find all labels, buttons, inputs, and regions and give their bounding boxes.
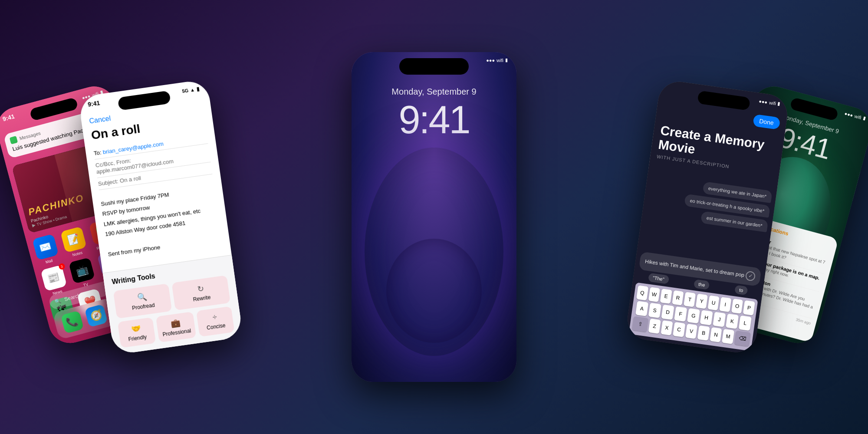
notification-time-4: 35m ago: [796, 317, 811, 326]
status-icons-3: ●●● wifi ▮: [486, 57, 508, 63]
checkmark-button[interactable]: ✓: [745, 271, 756, 282]
mail-icon: ✉️: [32, 234, 59, 260]
signal-icon-3: ●●●: [486, 58, 495, 63]
app-notes[interactable]: 📝 Notes: [59, 226, 90, 259]
key-i[interactable]: I: [719, 297, 731, 312]
search-icon: 🔍: [54, 297, 62, 305]
status-icons-5: ●●● wifi ▮: [844, 110, 866, 121]
app-notes-label: Notes: [72, 250, 83, 257]
orb-body: [365, 148, 503, 356]
professional-icon: 💼: [170, 318, 181, 329]
network-badge-2: 5G: [182, 88, 189, 94]
key-y[interactable]: Y: [696, 294, 708, 309]
key-v[interactable]: V: [685, 324, 698, 339]
key-q[interactable]: Q: [636, 285, 648, 300]
wifi-icon-3: wifi: [496, 58, 503, 63]
key-f[interactable]: F: [674, 306, 687, 322]
dock-phone[interactable]: 📞: [60, 310, 84, 334]
lockscreen-date-3: Monday, September 9: [352, 87, 516, 97]
memory-prompts: everything we ate in Japan* eo trick-or-…: [646, 174, 773, 232]
phone-center: 9:41 ●●● wifi ▮ Monday, September 9 9:41: [352, 52, 516, 382]
proofread-icon: 🔍: [137, 292, 148, 302]
status-time-2: 9:41: [87, 99, 100, 108]
email-body-text: Sushi my place Friday 7PM RSVP by tomorr…: [100, 183, 222, 260]
key-delete[interactable]: ⌫: [734, 331, 751, 346]
suggestion-2[interactable]: the: [694, 279, 710, 290]
proofread-label: Proofread: [132, 302, 155, 311]
battery-icon-2: ▮: [196, 85, 200, 92]
key-e[interactable]: E: [660, 289, 672, 304]
friendly-button[interactable]: 🤝 Friendly: [118, 317, 156, 348]
lockscreen-orb-3: [365, 148, 503, 356]
key-shift[interactable]: ⇧: [632, 316, 648, 332]
email-subject-value: On a roll: [119, 174, 141, 184]
signal-icon-4: ●●●: [759, 98, 768, 105]
key-h[interactable]: H: [700, 310, 713, 325]
safari-icon: 🧭: [85, 304, 108, 327]
checkmark-icon: ✓: [748, 273, 753, 279]
battery-icon-4: ▮: [777, 101, 781, 107]
suggestion-1[interactable]: "The": [648, 273, 669, 284]
rewrite-button[interactable]: ↻ Rewrite: [171, 275, 230, 310]
status-icons-4: ●●● wifi ▮: [759, 98, 781, 107]
key-j[interactable]: J: [713, 312, 726, 327]
friendly-icon: 🤝: [131, 323, 141, 334]
signal-icon-5: ●●●: [844, 111, 854, 118]
memory-movie-header: Create a Memory Movie WITH JUST A DESCRI…: [656, 123, 777, 175]
wifi-icon-2: ▲: [190, 87, 195, 92]
key-u[interactable]: U: [707, 295, 720, 310]
status-icons-2: 5G ▲ ▮: [181, 85, 200, 95]
key-b[interactable]: B: [697, 326, 710, 341]
concise-icon: ÷: [212, 312, 218, 322]
dock-safari[interactable]: 🧭: [85, 304, 108, 327]
messages-icon: [10, 136, 18, 145]
rewrite-label: Rewrite: [193, 294, 211, 303]
phone-icon: 📞: [60, 310, 84, 334]
battery-icon-3: ▮: [505, 57, 508, 63]
key-z[interactable]: Z: [648, 319, 661, 334]
notes-icon: 📝: [60, 226, 87, 253]
concise-label: Concise: [206, 322, 226, 331]
writing-tools-panel: Writing Tools 🔍 Proofread ↻ Rewrite 🤝 Fr…: [103, 255, 243, 355]
phone-3-screen: 9:41 ●●● wifi ▮ Monday, September 9 9:41: [352, 52, 516, 382]
email-body[interactable]: Sushi my place Friday 7PM RSVP by tomorr…: [92, 182, 230, 261]
rewrite-icon: ↻: [197, 284, 204, 294]
key-m[interactable]: M: [722, 329, 734, 344]
professional-button[interactable]: 💼 Professional: [156, 312, 197, 342]
concise-button[interactable]: ÷ Concise: [196, 306, 235, 337]
friendly-label: Friendly: [128, 334, 147, 342]
professional-label: Professional: [162, 328, 191, 338]
search-placeholder: Search: [64, 292, 81, 302]
orb-inner: [386, 239, 482, 343]
key-o[interactable]: O: [731, 299, 743, 314]
key-p[interactable]: P: [743, 300, 755, 316]
key-g[interactable]: G: [687, 308, 700, 323]
key-a[interactable]: A: [635, 301, 648, 316]
key-c[interactable]: C: [673, 322, 685, 337]
key-r[interactable]: R: [672, 290, 684, 306]
proofread-button[interactable]: 🔍 Proofread: [113, 283, 172, 319]
suggestion-3[interactable]: to: [734, 285, 748, 296]
key-k[interactable]: K: [726, 314, 739, 329]
key-t[interactable]: T: [684, 292, 696, 307]
key-s[interactable]: S: [648, 303, 661, 318]
tv-icon: 📺: [69, 257, 95, 284]
phones-container: 9:41 ●●● wifi ▮ Messages Luis suggested …: [0, 0, 868, 434]
key-x[interactable]: X: [661, 320, 673, 335]
wifi-icon-4: wifi: [769, 100, 776, 106]
key-d[interactable]: D: [661, 305, 674, 320]
battery-icon-5: ▮: [862, 115, 866, 121]
app-mail[interactable]: ✉️ Mail: [30, 233, 62, 267]
app-mail-label: Mail: [45, 258, 53, 264]
status-time-1: 9:41: [2, 113, 15, 123]
key-l[interactable]: L: [739, 316, 752, 331]
key-w[interactable]: W: [648, 287, 660, 302]
lockscreen-time-3: 9:41: [352, 98, 516, 142]
dynamic-island-3: [399, 58, 469, 75]
key-n[interactable]: N: [710, 327, 722, 342]
wifi-icon-5: wifi: [854, 113, 862, 120]
